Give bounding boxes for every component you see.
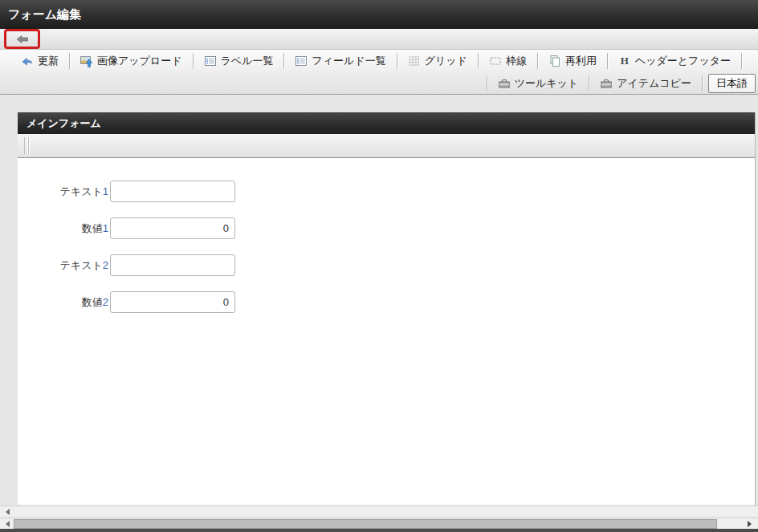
toolbar-separator (702, 75, 703, 91)
border-button[interactable]: 枠線 (479, 51, 536, 71)
toolbar-label: ラベル一覧 (221, 54, 274, 68)
reuse-icon (548, 55, 561, 67)
scroll-left-arrow-icon[interactable] (2, 518, 13, 530)
toolbar-separator (607, 53, 608, 69)
reuse-button[interactable]: 再利用 (539, 51, 606, 71)
toolbar-label: 更新 (38, 54, 59, 68)
form-editor-window: フォーム編集 更新 (0, 0, 758, 532)
toolbar-separator (537, 53, 538, 69)
form-canvas: テキスト1 数値1 テキスト2 数値2 (18, 158, 755, 505)
field-list-icon (295, 55, 308, 67)
item-copy-button[interactable]: アイテムコピー (590, 74, 701, 93)
image-upload-icon (80, 55, 93, 67)
toolbar-label: アイテムコピー (617, 76, 691, 91)
update-button[interactable]: 更新 (11, 51, 68, 71)
toolbar-separator (487, 75, 487, 91)
toolbar-label: グリッド (425, 54, 467, 68)
toolbar-label: ヘッダーとフッター (635, 54, 731, 68)
language-label: 日本語 (716, 76, 748, 91)
back-button[interactable] (7, 31, 37, 47)
label-list-button[interactable]: ラベル一覧 (194, 51, 283, 71)
toolbar-label: ツールキット (515, 76, 579, 91)
label-list-icon (204, 55, 217, 67)
main-form-panel: メインフォーム テキスト1 数値1 テキスト2 数値2 (18, 112, 756, 506)
panel-header: メインフォーム (18, 112, 755, 134)
toolbar-label: 枠線 (506, 54, 527, 68)
toolbox-icon (600, 77, 613, 90)
header-footer-button[interactable]: H ヘッダーとフッター (609, 51, 740, 71)
toolbar-row-2: ツールキット アイテムコピー 日本語 (0, 72, 758, 94)
field-label-text2: テキスト2 (18, 258, 108, 273)
form-field-row: 数値1 (18, 217, 755, 239)
inner-horizontal-scrollbar[interactable] (0, 506, 758, 517)
grid-icon (408, 55, 421, 67)
toolbar-separator (741, 53, 742, 69)
toolbar-separator (283, 53, 284, 69)
text2-input[interactable] (110, 254, 235, 276)
image-upload-button[interactable]: 画像アップロード (71, 51, 192, 71)
field-label-number2: 数値2 (18, 295, 108, 310)
form-field-row: テキスト1 (18, 181, 755, 202)
border-icon (489, 55, 502, 67)
toolbar-separator (478, 53, 479, 69)
field-label-text1: テキスト1 (18, 185, 108, 199)
grid-button[interactable]: グリッド (398, 51, 477, 71)
toolbar-label: 画像アップロード (97, 54, 182, 68)
field-label-number1: 数値1 (18, 221, 108, 236)
number2-input[interactable] (110, 291, 235, 313)
back-arrow-icon (16, 33, 29, 46)
text1-input[interactable] (110, 181, 235, 202)
toolbox-icon (498, 77, 511, 90)
back-toolbar (0, 29, 758, 50)
toolbar-row-1: 更新 画像アップロード (0, 50, 758, 72)
form-field-row: テキスト2 (18, 254, 755, 276)
toolbar-separator (397, 53, 397, 69)
scrollbar-thumb[interactable] (14, 519, 717, 529)
toolkit-button[interactable]: ツールキット (488, 74, 589, 93)
number1-input[interactable] (110, 217, 235, 239)
scroll-left-arrow-icon[interactable] (2, 506, 13, 518)
toolbar-separator (589, 75, 589, 91)
page-horizontal-scrollbar[interactable] (0, 518, 758, 529)
panel-title: メインフォーム (26, 117, 101, 129)
toolbar-label: 再利用 (565, 54, 597, 68)
refresh-icon (21, 55, 34, 67)
field-list-button[interactable]: フィールド一覧 (285, 51, 395, 71)
language-button[interactable]: 日本語 (708, 74, 756, 93)
panel-sub-toolbar (18, 134, 755, 158)
toolbar-label: フィールド一覧 (312, 54, 385, 68)
toolbar-grip (24, 137, 29, 154)
window-bottom-edge (0, 529, 758, 532)
form-field-row: 数値2 (18, 291, 755, 313)
toolbar-separator (69, 53, 70, 69)
scroll-right-arrow-icon[interactable] (744, 518, 755, 530)
window-titlebar: フォーム編集 (0, 0, 758, 29)
page-title: フォーム編集 (8, 7, 81, 21)
header-footer-icon: H (618, 55, 631, 67)
main-toolbar: 更新 画像アップロード (0, 50, 758, 95)
toolbar-separator (193, 53, 194, 69)
